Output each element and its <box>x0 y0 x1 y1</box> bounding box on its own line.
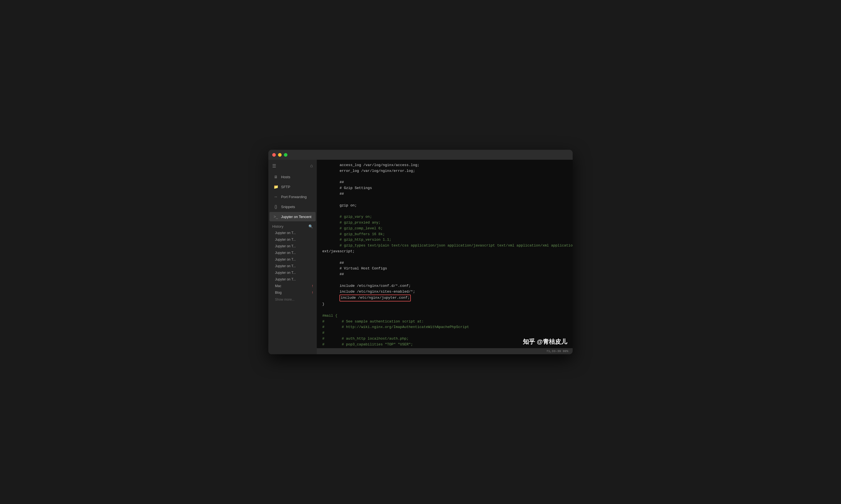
code-line-19: ## <box>317 272 573 277</box>
code-line-5: ## <box>317 191 573 197</box>
code-line-31: # # pop3_capabilities "TOP" "USER"; <box>317 342 573 348</box>
sidebar-item-port-forwarding-label: Port Forwarding <box>281 195 307 199</box>
code-line-23: include /etc/nginx/jupyter.conf; <box>317 294 573 302</box>
history-item-1-label: Jupyter on T... <box>275 238 296 241</box>
history-item-4[interactable]: Jupyter on T... <box>268 256 317 263</box>
history-item-blog-label: Blog <box>275 291 281 294</box>
highlighted-include: include /etc/nginx/jupyter.conf; <box>340 294 411 302</box>
code-line-0: access_log /var/log/nginx/access.log; <box>317 162 573 168</box>
sidebar-item-sftp[interactable]: 📁 SFTP <box>270 182 316 192</box>
status-bar: 71,33-39 80% <box>317 348 573 354</box>
code-content[interactable]: access_log /var/log/nginx/access.log; er… <box>317 160 573 348</box>
hosts-icon: 🖥 <box>273 174 278 179</box>
history-section-header[interactable]: History 🔍 <box>268 222 317 230</box>
sidebar-item-jupyter-label: Jupyter on Tencent <box>281 215 311 219</box>
code-line-18: # Virtual Host Configs <box>317 266 573 272</box>
code-line-30: # # auth_http localhost/auth.php; <box>317 336 573 342</box>
sidebar-item-jupyter[interactable]: >_ Jupyter on Tencent <box>270 212 316 221</box>
code-line-16 <box>317 254 573 260</box>
history-item-1[interactable]: Jupyter on T... <box>268 236 317 243</box>
sidebar-item-port-forwarding[interactable]: ↔ Port Forwarding <box>270 192 316 201</box>
history-item-5-label: Jupyter on T... <box>275 264 296 268</box>
close-button[interactable] <box>272 153 276 157</box>
history-item-0[interactable]: Jupyter on T... <box>268 230 317 236</box>
code-line-13: # gzip_http_version 1.1; <box>317 237 573 243</box>
code-line-25 <box>317 307 573 313</box>
history-item-mac[interactable]: Mac ! <box>268 283 317 289</box>
code-line-26: #mail { <box>317 313 573 319</box>
sidebar-item-hosts[interactable]: 🖥 Hosts <box>270 172 316 182</box>
code-line-15: ext/javascript; <box>317 249 573 254</box>
show-more-button[interactable]: Show more... <box>268 296 317 303</box>
code-line-11: # gzip_comp_level 6; <box>317 226 573 232</box>
code-line-14: # gzip_types text/plain text/css applica… <box>317 243 573 249</box>
code-line-10: # gzip_proxied any; <box>317 220 573 226</box>
code-line-3: ## <box>317 180 573 185</box>
history-item-mac-badge: ! <box>312 284 313 288</box>
cursor-position: 71,33-39 80% <box>546 349 568 353</box>
sidebar-item-hosts-label: Hosts <box>281 175 290 179</box>
code-line-27: # # See sample authentication script at: <box>317 319 573 325</box>
code-line-24: } <box>317 302 573 307</box>
code-line-20 <box>317 277 573 283</box>
maximize-button[interactable] <box>284 153 288 157</box>
home-icon[interactable]: ⌂ <box>310 163 313 168</box>
port-forwarding-icon: ↔ <box>273 194 278 199</box>
code-line-7: gzip on; <box>317 203 573 209</box>
code-line-8 <box>317 208 573 214</box>
sidebar-item-snippets-label: Snippets <box>281 205 295 209</box>
history-label: History <box>272 224 283 229</box>
code-line-28: # # http://wiki.nginx.org/ImapAuthentica… <box>317 324 573 330</box>
history-item-5[interactable]: Jupyter on T... <box>268 263 317 269</box>
history-item-blog-badge: ! <box>312 291 313 294</box>
sidebar: ☰ ⌂ 🖥 Hosts 📁 SFTP ↔ Port Forwarding {} … <box>268 160 317 354</box>
history-item-3-label: Jupyter on T... <box>275 251 296 255</box>
code-line-12: # gzip_buffers 16 8k; <box>317 232 573 237</box>
sidebar-top-bar: ☰ ⌂ <box>268 160 317 172</box>
history-item-2-label: Jupyter on T... <box>275 244 296 248</box>
history-item-blog[interactable]: Blog ! <box>268 289 317 296</box>
code-line-9: # gzip_vary on; <box>317 214 573 220</box>
code-line-17: ## <box>317 260 573 266</box>
history-item-2[interactable]: Jupyter on T... <box>268 243 317 250</box>
history-item-4-label: Jupyter on T... <box>275 257 296 262</box>
editor-area: access_log /var/log/nginx/access.log; er… <box>317 160 573 354</box>
snippets-icon: {} <box>273 204 278 209</box>
search-icon[interactable]: 🔍 <box>308 224 313 229</box>
history-item-6[interactable]: Jupyter on T... <box>268 269 317 276</box>
titlebar <box>268 150 573 160</box>
terminal-icon: >_ <box>273 214 278 219</box>
history-item-mac-label: Mac <box>275 284 281 288</box>
show-more-label: Show more... <box>275 298 295 302</box>
code-line-6 <box>317 197 573 203</box>
code-line-22: include /etc/nginx/sites-enabled/*; <box>317 289 573 295</box>
app-window: ☰ ⌂ 🖥 Hosts 📁 SFTP ↔ Port Forwarding {} … <box>268 150 573 354</box>
history-item-7[interactable]: Jupyter on T... <box>268 276 317 283</box>
code-line-21: include /etc/nginx/conf.d/*.conf; <box>317 283 573 289</box>
history-item-3[interactable]: Jupyter on T... <box>268 250 317 256</box>
code-line-4: # Gzip Settings <box>317 185 573 191</box>
sidebar-item-sftp-label: SFTP <box>281 185 290 189</box>
sftp-icon: 📁 <box>273 184 278 189</box>
history-item-0-label: Jupyter on T... <box>275 231 296 235</box>
menu-icon[interactable]: ☰ <box>272 163 276 168</box>
minimize-button[interactable] <box>278 153 281 157</box>
code-line-2 <box>317 174 573 180</box>
code-line-1: error_log /var/log/nginx/error.log; <box>317 168 573 174</box>
history-item-7-label: Jupyter on T... <box>275 277 296 281</box>
code-line-29: # <box>317 330 573 336</box>
main-content: ☰ ⌂ 🖥 Hosts 📁 SFTP ↔ Port Forwarding {} … <box>268 160 573 354</box>
sidebar-item-snippets[interactable]: {} Snippets <box>270 202 316 211</box>
history-item-6-label: Jupyter on T... <box>275 271 296 275</box>
